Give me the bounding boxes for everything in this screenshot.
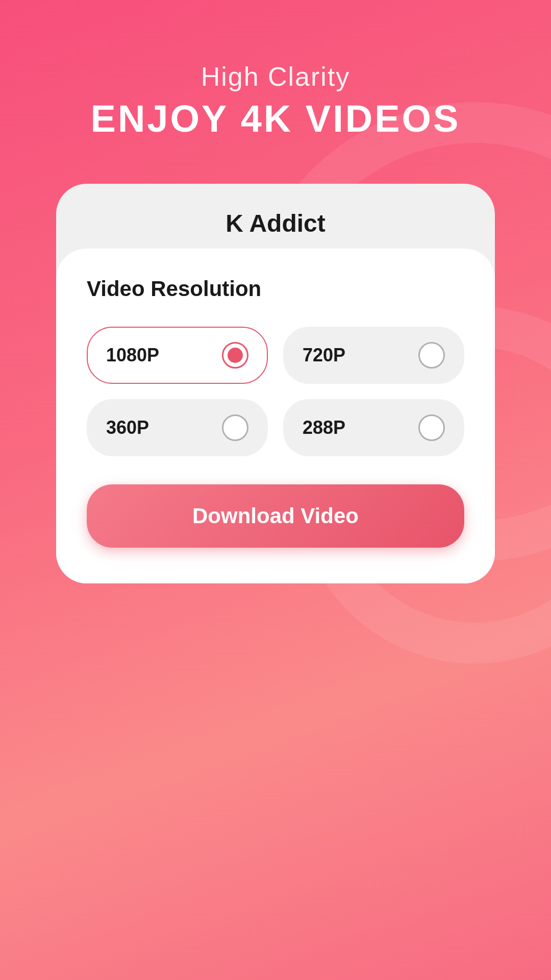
resolution-label-1080p: 1080P bbox=[106, 345, 159, 366]
radio-720p bbox=[418, 342, 445, 369]
resolution-label-288p: 288P bbox=[303, 417, 345, 438]
resolution-option-720p[interactable]: 720P bbox=[283, 327, 464, 384]
header-subtitle: High Clarity bbox=[0, 61, 551, 92]
resolution-label-720p: 720P bbox=[303, 345, 345, 366]
resolution-label-360p: 360P bbox=[106, 417, 149, 438]
app-name: K Addict bbox=[84, 209, 467, 237]
resolution-grid: 1080P 720P 360P 288P bbox=[87, 327, 464, 456]
download-video-button[interactable]: Download Video bbox=[87, 484, 464, 548]
resolution-sheet: Video Resolution 1080P 720P 360P 288P bbox=[56, 249, 495, 583]
radio-288p bbox=[418, 414, 445, 441]
resolution-option-360p[interactable]: 360P bbox=[87, 399, 268, 456]
radio-1080p bbox=[222, 342, 248, 369]
header-title: ENJOY 4K VIDEOS bbox=[0, 97, 551, 140]
main-card: K Addict Crash Landing on You Romance Fi… bbox=[56, 184, 495, 583]
resolution-title: Video Resolution bbox=[87, 277, 464, 301]
radio-360p bbox=[222, 414, 248, 441]
resolution-option-1080p[interactable]: 1080P bbox=[87, 327, 268, 384]
resolution-option-288p[interactable]: 288P bbox=[283, 399, 464, 456]
header-section: High Clarity ENJOY 4K VIDEOS bbox=[0, 0, 551, 171]
